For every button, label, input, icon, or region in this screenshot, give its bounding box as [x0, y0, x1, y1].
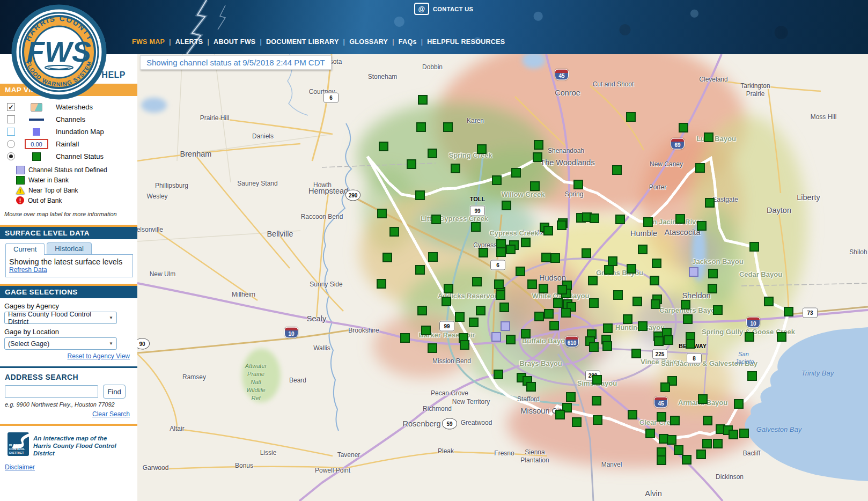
channel-status-marker-water-in-bank[interactable]	[713, 439, 723, 448]
channel-status-marker-water-in-bank[interactable]	[511, 168, 521, 178]
channel-status-marker-water-in-bank[interactable]	[417, 306, 427, 315]
channel-status-marker-water-in-bank[interactable]	[603, 323, 613, 333]
channel-status-marker-water-in-bank[interactable]	[651, 299, 660, 309]
channel-status-marker-water-in-bank[interactable]	[592, 396, 601, 406]
channel-status-marker-water-in-bank[interactable]	[745, 332, 754, 342]
nav-item-faqs[interactable]: FAQs	[394, 36, 421, 47]
channel-status-marker-water-in-bank[interactable]	[702, 439, 712, 448]
channel-status-marker-water-in-bank[interactable]	[713, 305, 723, 315]
channel-status-marker-water-in-bank[interactable]	[428, 343, 437, 353]
channel-status-marker-water-in-bank[interactable]	[544, 309, 554, 319]
channel-status-marker-water-in-bank[interactable]	[697, 221, 707, 231]
channel-status-marker-water-in-bank[interactable]	[582, 248, 591, 258]
channel-status-marker-not-defined[interactable]	[491, 332, 501, 342]
channel-status-marker-water-in-bank[interactable]	[506, 335, 516, 344]
channel-status-marker-water-in-bank[interactable]	[613, 290, 623, 300]
address-input[interactable]	[5, 385, 98, 398]
tab-historical[interactable]: Historical	[47, 242, 91, 254]
channel-status-marker-water-in-bank[interactable]	[703, 416, 712, 425]
channel-status-marker-water-in-bank[interactable]	[382, 253, 392, 262]
contact-us-button[interactable]: @ CONTACT US	[414, 3, 473, 15]
channel-status-marker-water-in-bank[interactable]	[469, 318, 479, 327]
channel-status-marker-water-in-bank[interactable]	[588, 276, 598, 285]
nav-item-alerts[interactable]: ALERTS	[171, 36, 208, 47]
channel-status-marker-water-in-bank[interactable]	[521, 329, 531, 338]
channel-status-marker-water-in-bank[interactable]	[502, 201, 511, 210]
channel-status-marker-water-in-bank[interactable]	[418, 95, 428, 105]
rainfall-radio[interactable]	[7, 140, 15, 148]
channel-status-marker-water-in-bank[interactable]	[696, 450, 706, 459]
channel-status-marker-water-in-bank[interactable]	[627, 264, 636, 274]
channel-status-marker-water-in-bank[interactable]	[679, 123, 688, 132]
channel-status-marker-water-in-bank[interactable]	[471, 222, 481, 232]
channel-status-marker-water-in-bank[interactable]	[549, 321, 559, 330]
channel-status-marker-water-in-bank[interactable]	[739, 429, 749, 438]
channel-status-marker-water-in-bank[interactable]	[377, 209, 387, 218]
channel-status-marker-water-in-bank[interactable]	[539, 284, 548, 293]
channel-status-marker-water-in-bank[interactable]	[527, 279, 537, 289]
reset-agency-link[interactable]: Reset to Agency View	[67, 352, 130, 360]
channel-status-marker-water-in-bank[interactable]	[496, 290, 505, 300]
channel-status-marker-water-in-bank[interactable]	[626, 112, 636, 122]
channel-status-marker-water-in-bank[interactable]	[572, 417, 582, 427]
find-button[interactable]: Find	[103, 385, 126, 399]
channel-status-marker-water-in-bank[interactable]	[492, 175, 502, 185]
channel-status-marker-water-in-bank[interactable]	[667, 435, 676, 445]
channel-status-marker-water-in-bank[interactable]	[704, 132, 713, 142]
channel-status-marker-water-in-bank[interactable]	[708, 269, 718, 278]
channel-status-marker-water-in-bank[interactable]	[660, 382, 670, 392]
channel-status-marker-water-in-bank[interactable]	[553, 298, 563, 308]
tab-current[interactable]: Current	[5, 243, 45, 255]
channel-status-marker-water-in-bank[interactable]	[550, 253, 560, 263]
channel-status-marker-water-in-bank[interactable]	[416, 122, 426, 132]
map-canvas[interactable]: Showing channel status at 9/5/2018 2:44 …	[137, 54, 868, 501]
channel-status-marker-water-in-bank[interactable]	[541, 253, 551, 262]
channel-status-marker-water-in-bank[interactable]	[604, 265, 614, 275]
channel-status-marker-water-in-bank[interactable]	[628, 410, 637, 419]
channel-status-marker-water-in-bank[interactable]	[777, 332, 786, 342]
channel-status-marker-water-in-bank[interactable]	[431, 215, 441, 224]
channel-status-marker-water-in-bank[interactable]	[407, 159, 416, 169]
channel-status-marker-water-in-bank[interactable]	[494, 370, 503, 379]
channel-status-marker-water-in-bank[interactable]	[443, 122, 453, 132]
channel-status-marker-water-in-bank[interactable]	[451, 164, 460, 173]
channel-status-marker-water-in-bank[interactable]	[749, 242, 759, 252]
channel-status-marker-water-in-bank[interactable]	[652, 259, 661, 268]
nav-item-helpful-resources[interactable]: HELPFUL RESOURCES	[423, 36, 509, 47]
nav-item-fws-map[interactable]: FWS MAP	[128, 36, 169, 47]
refresh-data-link[interactable]: Refresh Data	[9, 266, 47, 274]
channel-status-marker-water-in-bank[interactable]	[683, 314, 693, 324]
channel-status-marker-water-in-bank[interactable]	[631, 349, 641, 358]
channel-status-marker-water-in-bank[interactable]	[638, 245, 648, 254]
channel-status-marker-water-in-bank[interactable]	[643, 217, 653, 227]
channel-status-marker-water-in-bank[interactable]	[533, 152, 542, 162]
channel-status-marker-water-in-bank[interactable]	[698, 394, 708, 404]
channel-status-marker-water-in-bank[interactable]	[506, 245, 516, 254]
clear-search-link[interactable]: Clear Search	[92, 410, 130, 418]
channel-status-marker-water-in-bank[interactable]	[377, 279, 386, 289]
channel-status-marker-water-in-bank[interactable]	[675, 214, 685, 224]
channel-status-marker-water-in-bank[interactable]	[557, 285, 567, 294]
channel-status-marker-water-in-bank[interactable]	[444, 284, 453, 293]
channel-status-marker-water-in-bank[interactable]	[516, 267, 525, 276]
channel-status-marker-water-in-bank[interactable]	[674, 445, 683, 455]
channel-status-radio[interactable]	[7, 152, 15, 160]
channel-status-marker-water-in-bank[interactable]	[664, 335, 673, 345]
channel-status-marker-water-in-bank[interactable]	[561, 308, 571, 318]
channel-status-marker-water-in-bank[interactable]	[747, 371, 757, 381]
channel-status-marker-water-in-bank[interactable]	[729, 430, 738, 439]
channels-checkbox[interactable]	[7, 115, 15, 123]
channel-status-marker-water-in-bank[interactable]	[670, 416, 680, 425]
channel-status-marker-water-in-bank[interactable]	[496, 247, 506, 257]
channel-status-marker-water-in-bank[interactable]	[682, 455, 692, 465]
agency-dropdown[interactable]: Harris County Flood Control District ▼	[4, 312, 117, 324]
channel-status-marker-water-in-bank[interactable]	[686, 339, 695, 349]
channel-status-marker-water-in-bank[interactable]	[657, 455, 666, 465]
channel-status-marker-water-in-bank[interactable]	[705, 198, 715, 208]
channel-status-marker-water-in-bank[interactable]	[476, 306, 486, 315]
channel-status-marker-water-in-bank[interactable]	[612, 165, 622, 175]
channel-status-marker-water-in-bank[interactable]	[681, 300, 690, 310]
channel-status-marker-water-in-bank[interactable]	[784, 307, 793, 316]
channel-status-marker-water-in-bank[interactable]	[400, 333, 410, 343]
channel-status-marker-not-defined[interactable]	[501, 321, 510, 331]
